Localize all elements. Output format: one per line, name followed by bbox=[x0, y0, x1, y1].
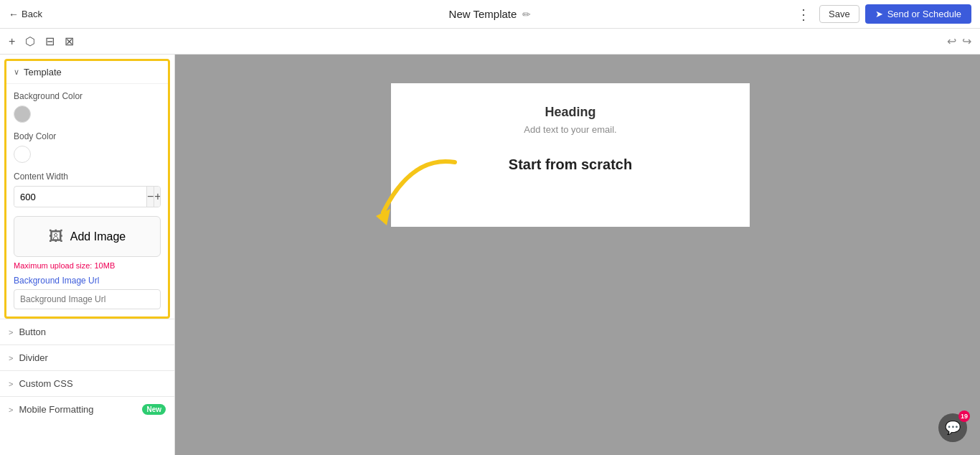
divider-section[interactable]: > Divider bbox=[0, 344, 174, 370]
content-width-input[interactable] bbox=[14, 188, 146, 206]
send-icon: ➤ bbox=[875, 9, 883, 19]
template-chevron-icon: ∨ bbox=[14, 67, 19, 77]
body-color-group: Body Color bbox=[14, 131, 161, 163]
bg-url-input[interactable] bbox=[14, 289, 161, 309]
chat-badge: 19 bbox=[958, 411, 970, 422]
back-arrow-icon: ← bbox=[9, 9, 19, 20]
email-canvas: Heading Add text to your email. Start fr… bbox=[391, 83, 750, 227]
canvas-heading: Heading bbox=[545, 105, 595, 120]
back-button[interactable]: ← Back bbox=[9, 9, 42, 20]
add-block-icon[interactable]: + bbox=[9, 35, 15, 48]
redo-button[interactable]: ↪ bbox=[962, 34, 971, 48]
toolbar-right: ↩ ↪ bbox=[947, 34, 971, 48]
content-width-group: Content Width − + bbox=[14, 172, 161, 207]
undo-button[interactable]: ↩ bbox=[947, 34, 956, 48]
body-color-label: Body Color bbox=[14, 131, 161, 141]
send-label: Send or Schedule bbox=[887, 9, 961, 19]
bg-url-label: Background Image Url bbox=[14, 276, 161, 286]
layers-icon[interactable]: ⬡ bbox=[25, 34, 35, 48]
template-section-header[interactable]: ∨ Template bbox=[6, 61, 168, 84]
template-title: New Template bbox=[449, 8, 517, 20]
settings-icon[interactable]: ⊠ bbox=[65, 34, 74, 48]
left-panel: ∨ Template Background Color Body Color C… bbox=[0, 55, 175, 455]
mobile-formatting-section-label: Mobile Formatting bbox=[19, 404, 136, 415]
template-section: ∨ Template Background Color Body Color C… bbox=[4, 59, 170, 319]
background-color-group: Background Color bbox=[14, 91, 161, 123]
top-bar-right: ⋮ Save ➤ Send or Schedule bbox=[793, 4, 971, 24]
template-section-label: Template bbox=[24, 67, 62, 78]
save-button[interactable]: Save bbox=[819, 5, 859, 23]
add-image-box[interactable]: 🖼 Add Image bbox=[14, 216, 161, 257]
edit-icon[interactable]: ✏ bbox=[522, 9, 531, 20]
toolbar-row: + ⬡ ⊟ ⊠ ↩ ↪ bbox=[0, 29, 980, 55]
mobile-formatting-section[interactable]: > Mobile Formatting New bbox=[0, 396, 174, 422]
canvas-scratch-text: Start from scratch bbox=[509, 156, 632, 173]
chat-widget[interactable]: 💬 19 bbox=[938, 413, 967, 442]
content-width-row: − + bbox=[14, 186, 161, 207]
width-decrease-button[interactable]: − bbox=[146, 187, 154, 207]
add-image-label: Add Image bbox=[70, 230, 126, 243]
add-image-icon: 🖼 bbox=[49, 228, 63, 245]
custom-css-section[interactable]: > Custom CSS bbox=[0, 370, 174, 396]
canvas-subtext: Add text to your email. bbox=[524, 124, 616, 135]
canvas-area: Heading Add text to your email. Start fr… bbox=[175, 55, 980, 455]
top-bar-center: New Template ✏ bbox=[449, 8, 532, 20]
custom-css-chevron-icon: > bbox=[9, 380, 13, 388]
width-increase-button[interactable]: + bbox=[154, 187, 161, 207]
template-section-body: Background Color Body Color Content Widt… bbox=[6, 84, 168, 316]
divider-chevron-icon: > bbox=[9, 354, 13, 362]
background-color-swatch[interactable] bbox=[14, 105, 31, 123]
back-label: Back bbox=[22, 9, 42, 19]
svg-marker-0 bbox=[376, 209, 390, 225]
toolbar-left: + ⬡ ⊟ ⊠ bbox=[9, 34, 74, 48]
divider-section-label: Divider bbox=[19, 352, 166, 363]
new-badge: New bbox=[142, 404, 166, 415]
upload-hint: Maximum upload size: 10MB bbox=[14, 261, 161, 270]
button-section-label: Button bbox=[19, 327, 166, 337]
top-bar-left: ← Back bbox=[9, 9, 42, 20]
top-bar: ← Back New Template ✏ ⋮ Save ➤ Send or S… bbox=[0, 0, 980, 29]
body-color-swatch[interactable] bbox=[14, 146, 31, 163]
more-options-button[interactable]: ⋮ bbox=[793, 6, 814, 23]
main-layout: ∨ Template Background Color Body Color C… bbox=[0, 55, 980, 455]
chat-icon: 💬 bbox=[945, 420, 961, 436]
mobile-formatting-chevron-icon: > bbox=[9, 405, 13, 414]
background-color-label: Background Color bbox=[14, 91, 161, 101]
button-chevron-icon: > bbox=[9, 328, 13, 337]
custom-css-section-label: Custom CSS bbox=[19, 378, 166, 389]
content-width-label: Content Width bbox=[14, 172, 161, 182]
filter-icon[interactable]: ⊟ bbox=[45, 34, 55, 48]
button-section[interactable]: > Button bbox=[0, 319, 174, 344]
send-or-schedule-button[interactable]: ➤ Send or Schedule bbox=[865, 4, 971, 24]
